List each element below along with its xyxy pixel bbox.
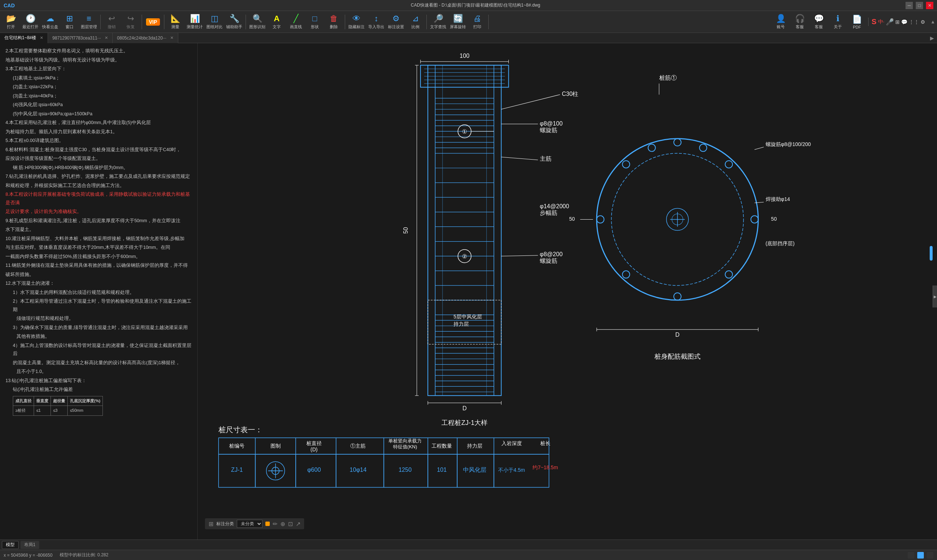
scale-display: 模型中的标注比例: 0.282	[60, 552, 108, 558]
text-line-32: 4）施工向上管顶数的设计标高导管对混凝土的浇灌量，使之保证混凝土截面积置里层后	[6, 342, 192, 358]
svg-text:工程数量: 工程数量	[432, 443, 452, 449]
tab-file2-close[interactable]: ✕	[105, 35, 108, 40]
text-line-33: 的混凝土高量。测定混凝土充填之标高比量的的设计标高而高出(度深)1梯挺径，	[6, 359, 192, 367]
text-line-11: 5.本工程±0.00详建筑总图。	[6, 137, 192, 145]
class-edit-icon[interactable]: ✏	[273, 520, 277, 528]
toolbar-compare[interactable]: ◫ 图纸对比	[205, 12, 224, 32]
toolbar-text[interactable]: A 文字	[268, 12, 286, 32]
status-icon-2	[917, 552, 924, 558]
toolbar-open[interactable]: 📂 打开	[2, 12, 20, 32]
svg-text:10φ14: 10φ14	[349, 466, 366, 473]
toolbar-screen-rotate[interactable]: 🔄 屏幕旋转	[448, 12, 468, 32]
brand-s-logo: S	[871, 18, 876, 26]
svg-text:φ600: φ600	[307, 466, 321, 473]
cad-helper-icon: 🔧	[229, 14, 239, 23]
class-select[interactable]: 未分类	[237, 520, 262, 528]
maximize-button[interactable]: □	[916, 2, 923, 9]
screen-rotate-label: 屏幕旋转	[450, 24, 466, 30]
svg-text:螺旋筋: 螺旋筋	[540, 257, 557, 264]
toolbar-delete[interactable]: 🗑 删除	[325, 12, 343, 32]
minimize-button[interactable]: ─	[906, 2, 913, 9]
delete-icon: 🗑	[330, 14, 338, 23]
toolbar-shape-recognize[interactable]: 🔍 图形识别	[248, 12, 267, 32]
toolbar-redo[interactable]: ↪ 恢复	[122, 12, 140, 32]
text-line-27: 1）水下混凝土的用料混配合比须适行规范规和规程处理。	[6, 288, 192, 297]
toolbar-vip[interactable]: VIP	[144, 12, 162, 32]
brand-icons: ⊞ 💬 ⋮⋮ ⚙	[895, 19, 925, 25]
toolbar-text-search[interactable]: 🔎 文字查找	[429, 12, 448, 32]
toolbar-import-export[interactable]: ↕ 导入导出	[367, 12, 386, 32]
redo-icon: ↪	[128, 14, 134, 23]
text-line-22: 与主筋应对焊。竖体垂直度误差不得大于20mm,木平误差不得大于10mm。在同	[6, 243, 192, 252]
toolbar-headset[interactable]: 🎧 客服	[791, 12, 809, 32]
sub-table-header-3: 超径量	[51, 396, 68, 406]
svg-text:桩编号: 桩编号	[229, 443, 245, 449]
class-copy-icon[interactable]: ⊡	[288, 520, 293, 528]
toolbar-print[interactable]: 🖨 打印	[468, 12, 486, 32]
account-label: 账号	[777, 24, 785, 30]
cloud-label: 快看云盘	[42, 24, 58, 30]
toolbar-pdf[interactable]: 📄 PDF	[848, 12, 866, 32]
model-tab[interactable]: 模型	[2, 541, 18, 549]
toolbar-cad-helper[interactable]: 🔧 辅助助手	[225, 12, 244, 32]
client-icon: 💬	[814, 14, 824, 23]
toolbar-scale[interactable]: ⊿ 比例	[406, 12, 425, 32]
right-collapse-btn[interactable]: ▶	[932, 286, 937, 308]
tab-housing-structure[interactable]: 住宅结构1~8#楼 ✕	[0, 33, 48, 43]
toolbar-line[interactable]: ╱ 画直线	[286, 12, 305, 32]
toolbar-account[interactable]: 👤 账号	[772, 12, 790, 32]
svg-text:D: D	[462, 405, 467, 411]
text-line-18-red: 足设计要求，设计前先为准确核实。	[6, 208, 192, 216]
toolbar-cloud[interactable]: ☁ 快看云盘	[41, 12, 60, 32]
svg-text:C30柱: C30柱	[562, 91, 578, 97]
svg-text:1250: 1250	[398, 466, 412, 473]
toolbar-shape[interactable]: □ 形状	[306, 12, 324, 32]
toolbar-mark-settings[interactable]: ⚙ 标注设置	[386, 12, 406, 32]
toolbar-measure[interactable]: 📐 测量	[166, 12, 185, 32]
text-line-23: 一截面内焊头数量不得超过50%,搭注截接头距形不小于600mm。	[6, 252, 192, 261]
toolbar-layers[interactable]: ≡ 图层管理	[79, 12, 98, 32]
right-scrollbar[interactable]	[930, 246, 932, 261]
svg-text:桩长: 桩长	[540, 440, 551, 446]
sub-table-cell-2: ≤1	[34, 406, 51, 416]
grid-icon: ⊞	[209, 520, 213, 528]
class-export-icon[interactable]: ↗	[296, 520, 300, 528]
toolbar-undo[interactable]: ↩ 撤销	[103, 12, 121, 32]
svg-text:50: 50	[402, 227, 409, 234]
headset-icon: 🎧	[795, 14, 805, 23]
svg-text:D: D	[675, 331, 680, 338]
layout1-tab[interactable]: 布局1	[20, 541, 39, 549]
toolbar-recent[interactable]: 🕐 最近打开	[21, 12, 40, 32]
tab-scroll-arrow[interactable]: ▶	[927, 35, 937, 41]
tab-housing-close[interactable]: ✕	[40, 35, 43, 40]
shape-icon: □	[312, 14, 317, 23]
text-line-3: 3.本工程地基土上层竖向下：	[6, 65, 192, 73]
toolbar-measure-area[interactable]: 📊 测量统计	[185, 12, 204, 32]
shape-recognize-icon: 🔍	[252, 14, 262, 23]
toolbar-client[interactable]: 💬 客服	[809, 12, 828, 32]
close-button[interactable]: ✕	[926, 2, 933, 9]
toolbar-about[interactable]: ℹ 关于	[829, 12, 847, 32]
line-icon: ╱	[294, 14, 298, 23]
text-search-icon: 🔎	[433, 14, 443, 23]
divider2	[142, 15, 142, 29]
toolbar-window[interactable]: ⊞ 窗口	[60, 12, 79, 32]
left-text-panel: 2.本工程需要整体勘察文件用名词义，填明有无残氏压土。 地基基础设计等级为丙级。…	[0, 43, 198, 550]
class-connect-icon[interactable]: ⊕	[280, 520, 285, 528]
toolbar-expand-btn[interactable]: ▲	[931, 19, 935, 25]
tab-file2[interactable]: 98712907f7783cea311··· ✕	[48, 33, 113, 43]
import-export-icon: ↕	[374, 14, 378, 23]
title-text: CAD快速看图 - D:\桌面\剪门项目\最初建模图纸\住宅结构1~8#.dwg	[18, 2, 933, 8]
text-line-15: 7.钻孔灌注桩的机具选择、护孔栏炸、泥浆护壁，施工要点及成孔后果要求应按规范规定	[6, 172, 192, 181]
sub-table-cell-4: ≤50mm	[68, 406, 103, 416]
hide-marks-icon: 👁	[352, 14, 360, 23]
sub-table-cell-3: ≤3	[51, 406, 68, 416]
tab-file3[interactable]: 0805c24c24bbc3da120··· ✕	[113, 33, 178, 43]
toolbar-hide-marks[interactable]: 👁 隐藏标注	[347, 12, 366, 32]
svg-text:50: 50	[771, 216, 777, 222]
mark-settings-icon: ⚙	[392, 14, 400, 23]
svg-text:桩直径: 桩直径	[306, 440, 322, 446]
tab-file3-close[interactable]: ✕	[170, 35, 174, 40]
text-line-31: 其他有效措施。	[6, 332, 192, 341]
tab-housing-label: 住宅结构1~8#楼	[5, 35, 36, 41]
